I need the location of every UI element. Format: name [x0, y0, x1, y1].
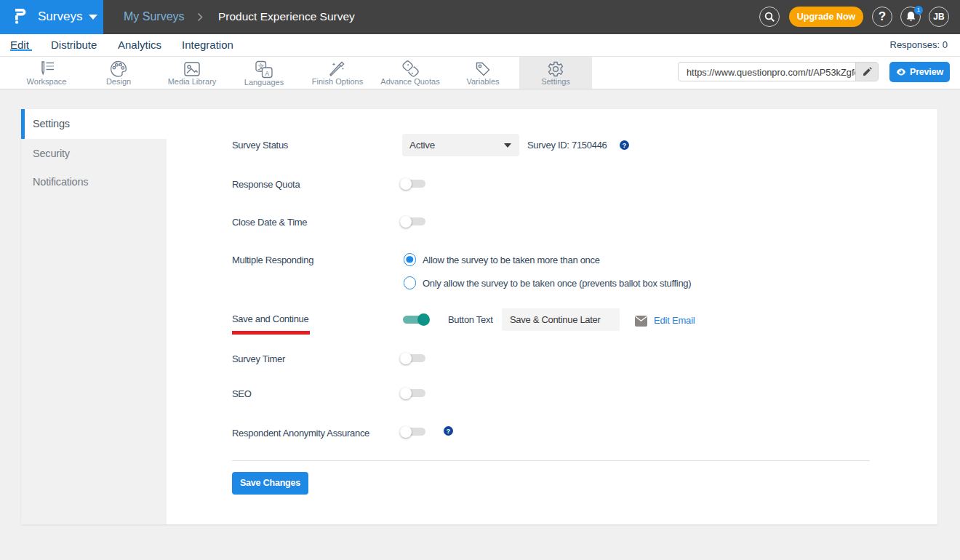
svg-text:A: A	[265, 70, 269, 77]
